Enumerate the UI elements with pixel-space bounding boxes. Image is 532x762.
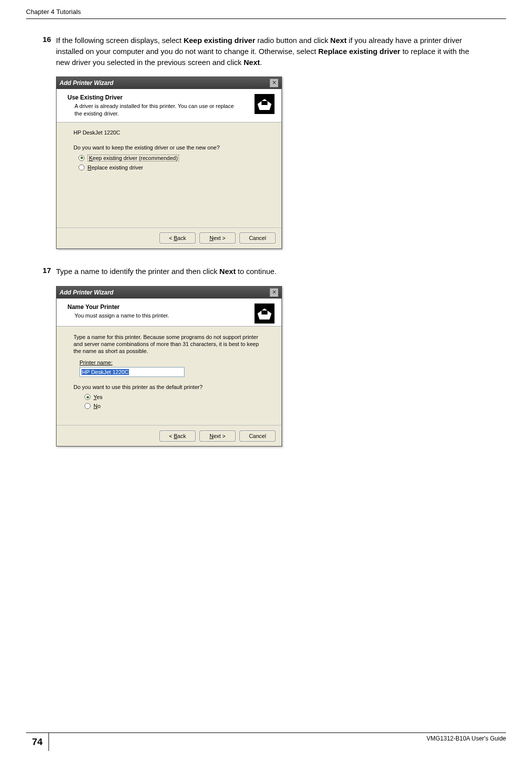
radio-icon [78,164,84,170]
dialog-header-subtitle: You must assign a name to this printer. [74,312,234,319]
cancel-button[interactable]: Cancel [240,232,276,244]
bold-keep-existing-driver: Keep existing driver [184,36,255,44]
text-fragment: < [169,433,174,439]
text-fragment: eep existing driver (recommended) [92,155,178,161]
input-value-text: HP DeskJet 1220C [82,369,129,375]
step-16: 16 If the following screen displays, sel… [41,35,484,68]
dialog-footer: < Back Next > Cancel [56,228,282,248]
text-fragment: es [96,394,102,400]
bold-replace-existing-driver: Replace existing driver [318,47,400,56]
text-fragment: o [98,403,100,409]
default-printer-question: Do you want to use this printer as the d… [74,384,266,390]
footer-divider [26,732,506,733]
mnemonic: N [210,433,214,439]
page-number: 74 [26,733,49,751]
printer-model-text: HP DeskJet 1220C [74,130,266,136]
dialog-header: Name Your Printer You must assign a name… [56,298,282,326]
main-content: 16 If the following screen displays, sel… [41,35,484,464]
radio-label: Replace existing driver [88,164,143,170]
bold-next: Next [330,36,347,44]
dialog-title-text: Add Printer Wizard [60,80,114,86]
step-number: 16 [41,35,56,68]
printer-name-label: Printer name: [80,360,266,366]
instruction-paragraph: Type a name for this printer. Because so… [74,334,266,355]
mnemonic: N [210,235,214,241]
dialog-header-title: Name Your Printer [68,304,274,310]
text-fragment: ext > [214,433,226,439]
mnemonic: B [174,235,178,241]
radio-icon [84,394,90,400]
close-icon: ✕ [272,289,276,295]
mnemonic: N [94,403,98,409]
text-fragment: to continue. [236,267,276,276]
dialog-titlebar[interactable]: Add Printer Wizard ✕ [56,77,282,89]
next-button[interactable]: Next > [200,232,236,244]
cancel-button[interactable]: Cancel [240,430,276,442]
back-button[interactable]: < Back [160,232,196,244]
bold-next: Next [220,267,236,276]
text-fragment: < [169,235,174,241]
text-fragment: radio button and click [256,36,330,44]
step-number: 17 [41,266,56,277]
radio-keep-existing-driver[interactable]: Keep existing driver (recommended) [78,154,266,162]
text-fragment: ack [178,235,186,241]
dialog-titlebar[interactable]: Add Printer Wizard ✕ [56,286,282,298]
radio-label: Yes [94,394,102,400]
dialog-footer: < Back Next > Cancel [56,425,282,446]
dialog-name-your-printer: Add Printer Wizard ✕ Name Your Printer Y… [56,286,282,447]
svg-rect-3 [262,310,268,314]
mnemonic: B [174,433,178,439]
printer-icon [254,304,274,324]
dialog-header-title: Use Existing Driver [68,94,274,101]
next-button[interactable]: Next > [200,430,236,442]
printer-name-input[interactable]: HP DeskJet 1220C [80,367,184,377]
text-fragment: . [260,58,262,66]
printer-icon [254,94,274,114]
radio-icon [84,403,90,409]
text-fragment: rinter name: [83,360,112,366]
mnemonic: R [88,164,92,170]
back-button[interactable]: < Back [160,430,196,442]
dialog-title-text: Add Printer Wizard [60,289,114,296]
text-fragment: ext > [214,235,226,241]
radio-label: No [94,403,100,409]
driver-question-text: Do you want to keep the existing driver … [74,144,266,150]
close-icon: ✕ [272,80,276,86]
dialog-header-subtitle: A driver is already installed for this p… [74,102,234,117]
text-fragment: eplace existing driver [92,164,143,170]
dialog-use-existing-driver: Add Printer Wizard ✕ Use Existing Driver… [56,76,282,249]
radio-label: Keep existing driver (recommended) [88,154,179,162]
dialog-body: HP DeskJet 1220C Do you want to keep the… [56,122,282,228]
radio-icon [78,155,84,161]
text-fragment: ack [178,433,186,439]
step-text: Type a name to identify the printer and … [56,266,276,277]
step-17: 17 Type a name to identify the printer a… [41,266,484,277]
radio-replace-existing-driver[interactable]: Replace existing driver [78,164,266,170]
step-text: If the following screen displays, select… [56,35,484,68]
guide-name: VMG1312-B10A User's Guide [426,735,506,742]
svg-rect-1 [262,101,268,105]
radio-no[interactable]: No [84,403,266,409]
close-button[interactable]: ✕ [270,288,278,297]
bold-next: Next [244,58,260,66]
dialog-header: Use Existing Driver A driver is already … [56,89,282,122]
page-chapter-header: Chapter 4 Tutorials [26,8,506,19]
dialog-body: Type a name for this printer. Because so… [56,326,282,426]
radio-yes[interactable]: Yes [84,394,266,400]
text-fragment: Type a name to identify the printer and … [56,267,220,276]
text-fragment: If the following screen displays, select [56,36,184,44]
close-button[interactable]: ✕ [270,78,278,88]
